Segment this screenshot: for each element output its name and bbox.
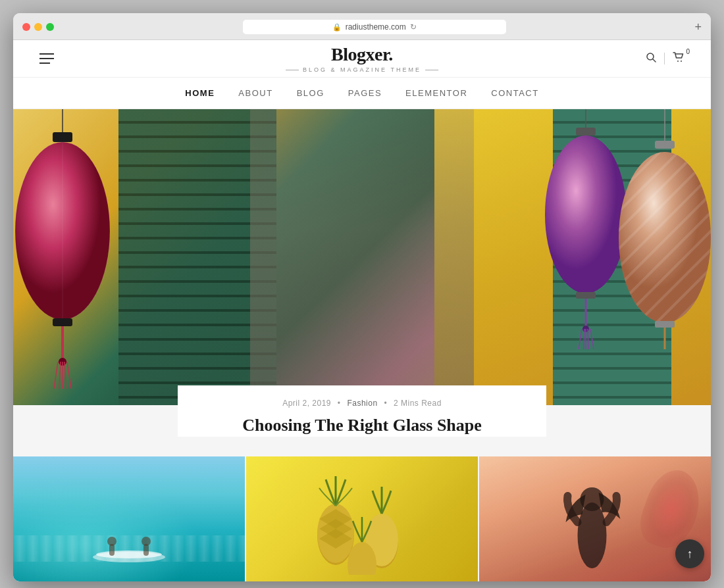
address-bar-container: 🔒 radiustheme.com ↻ [61,20,688,34]
svg-point-2 [677,61,679,62]
nav-about[interactable]: ABOUT [238,88,272,98]
post-date: April 2, 2019 [282,399,331,408]
hamburger-menu[interactable] [39,53,54,64]
nav-pages[interactable]: PAGES [348,88,382,98]
svg-line-26 [588,329,588,349]
svg-rect-32 [655,321,675,328]
search-icon [646,52,656,62]
hamburger-line-3 [39,62,50,64]
thumbnail-1[interactable] [13,456,245,581]
meta-dot-2: • [384,399,387,408]
site-header-inner: Blogxer. BLOG & MAGAZINE THEME [39,52,685,65]
new-tab-button[interactable]: + [694,20,702,34]
refresh-icon[interactable]: ↻ [410,22,417,32]
svg-line-1 [653,59,656,62]
svg-rect-29 [655,141,675,149]
post-read-time: 2 Mins Read [394,399,442,408]
header-divider [664,53,665,64]
minimize-button[interactable] [34,23,42,31]
thumbnail-row [13,456,711,581]
svg-line-23 [579,329,582,349]
pineapple-svg [296,463,428,575]
site-navigation: HOME ABOUT BLOG PAGES ELEMENTOR CONTACT [13,78,711,109]
svg-line-16 [67,362,71,389]
kayak-svg [90,532,168,565]
lock-icon: 🔒 [332,23,342,32]
logo-title: Blogxer. [286,44,438,65]
nav-blog[interactable]: BLOG [297,88,324,98]
svg-point-40 [142,537,151,546]
close-button[interactable] [22,23,30,31]
svg-line-13 [59,362,61,389]
address-bar[interactable]: 🔒 radiustheme.com ↻ [243,20,506,34]
svg-point-19 [545,135,627,293]
scroll-top-icon: ↑ [687,547,693,561]
lanterns-right [533,109,711,353]
nav-contact[interactable]: CONTACT [491,88,538,98]
maximize-button[interactable] [46,23,54,31]
thumbnail-3[interactable] [479,456,711,581]
search-button[interactable] [646,52,656,65]
hero-card: April 2, 2019 • Fashion • 2 Mins Read Ch… [178,385,546,437]
traffic-lights [22,23,54,31]
person-area [250,109,474,405]
site-logo[interactable]: Blogxer. BLOG & MAGAZINE THEME [286,44,438,73]
logo-subtitle: BLOG & MAGAZINE THEME [286,66,438,73]
lantern-left-svg [13,109,118,392]
svg-line-27 [590,329,594,349]
cart-icon [673,52,685,62]
url-text: radiustheme.com [346,22,406,32]
svg-point-3 [681,61,682,62]
svg-point-39 [107,537,116,546]
cart-count: 0 [686,48,690,55]
post-category: Fashion [347,399,377,408]
lantern-left [13,109,118,395]
lanterns-right-svg [533,109,711,353]
cart-button[interactable]: 0 [673,52,685,65]
svg-rect-20 [576,292,596,299]
scroll-to-top-button[interactable]: ↑ [675,539,704,568]
hero-section: April 2, 2019 • Fashion • 2 Mins Read Ch… [13,109,711,581]
thumbnail-2[interactable] [246,456,478,581]
svg-point-31 [619,152,711,323]
svg-rect-5 [53,132,72,142]
post-meta: April 2, 2019 • Fashion • 2 Mins Read [204,399,520,408]
svg-point-36 [96,551,162,558]
browser-chrome: 🔒 radiustheme.com ↻ + [13,13,711,40]
hamburger-line-2 [39,58,54,59]
figure-svg [563,483,622,575]
nav-home[interactable]: HOME [185,88,215,98]
meta-dot-1: • [338,399,341,408]
svg-line-15 [65,362,66,389]
header-right: 0 [646,52,685,65]
hero-image [13,109,711,405]
browser-window: 🔒 radiustheme.com ↻ + Blogxer. BLOG & MA [13,13,711,581]
nav-elementor[interactable]: ELEMENTOR [405,88,467,98]
hamburger-line-1 [39,53,54,55]
svg-rect-9 [53,318,72,326]
svg-line-24 [584,329,584,349]
svg-line-12 [54,362,58,389]
site-header: Blogxer. BLOG & MAGAZINE THEME [13,40,711,78]
smoke-effect [633,463,710,555]
post-title[interactable]: Choosing The Right Glass Shape [204,414,520,437]
svg-rect-18 [576,128,596,135]
website-content: Blogxer. BLOG & MAGAZINE THEME [13,40,711,581]
